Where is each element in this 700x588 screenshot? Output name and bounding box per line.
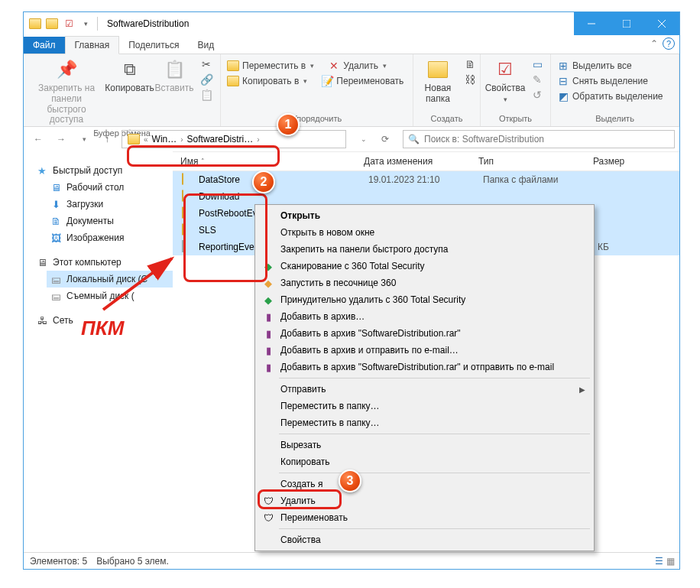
history-button[interactable]: ↺ bbox=[528, 88, 546, 102]
new-item-button[interactable]: 🗎 bbox=[461, 57, 479, 71]
minimize-button[interactable] bbox=[574, 12, 609, 35]
breadcrumb-softwaredistribution[interactable]: SoftwareDistri… bbox=[185, 134, 256, 145]
move-to-button[interactable]: Переместить в▾ bbox=[224, 59, 317, 73]
address-bar[interactable]: « Win… › SoftwareDistri… › bbox=[122, 130, 346, 148]
open-button[interactable]: ▭ bbox=[528, 57, 546, 71]
ctx-sandbox-360[interactable]: ◆Запустить в песочнице 360 bbox=[258, 275, 591, 291]
tree-quick-access[interactable]: ★Быстрый доступ bbox=[33, 162, 173, 179]
paste-icon: 📋 bbox=[162, 57, 186, 82]
ctx-send-to[interactable]: Отправить▶ bbox=[258, 381, 591, 398]
view-large-icon[interactable]: ▦ bbox=[666, 556, 675, 567]
chevron-down-icon: ▾ bbox=[310, 62, 314, 70]
ctx-cut[interactable]: Вырезать bbox=[258, 437, 591, 453]
new-folder-button[interactable]: Новая папка bbox=[416, 56, 459, 106]
up-button[interactable]: ↑ bbox=[97, 129, 117, 149]
force-delete-icon: ◆ bbox=[262, 294, 274, 306]
copy-button[interactable]: ⧉ Копировать bbox=[106, 56, 153, 96]
tree-downloads[interactable]: ⬇Загрузки bbox=[47, 196, 173, 213]
properties-qat-icon[interactable]: ☑ bbox=[62, 17, 76, 31]
navigation-pane[interactable]: ★Быстрый доступ 🖥Рабочий стол ⬇Загрузки … bbox=[24, 151, 173, 552]
separator bbox=[279, 473, 590, 473]
forward-button[interactable]: → bbox=[51, 129, 71, 149]
tree-this-pc[interactable]: 🖥Этот компьютер bbox=[33, 254, 173, 271]
context-menu: Открыть Открыть в новом окне Закрепить н… bbox=[254, 204, 595, 551]
search-input[interactable]: 🔍 Поиск в: SoftwareDistribution bbox=[403, 130, 675, 148]
ctx-winrar-add[interactable]: ▮Добавить в архив… bbox=[258, 308, 591, 325]
tree-documents[interactable]: 🗎Документы bbox=[47, 213, 173, 229]
pin-quick-access-button[interactable]: 📌 Закрепить на панели быстрого доступа bbox=[27, 56, 106, 127]
ctx-scan-360[interactable]: ◆Сканирование с 360 Total Security bbox=[258, 258, 591, 275]
ctx-copy[interactable]: Копировать bbox=[258, 453, 591, 470]
breadcrumb-windows[interactable]: Win… bbox=[150, 134, 180, 145]
maximize-button[interactable] bbox=[609, 12, 644, 35]
ctx-winrar-add-named[interactable]: ▮Добавить в архив "SoftwareDistribution.… bbox=[258, 325, 591, 342]
copy-to-icon bbox=[227, 75, 239, 87]
ribbon-group-new: Новая папка 🗎 ⛓ Создать bbox=[413, 54, 481, 126]
ctx-rename[interactable]: 🛡Переименовать bbox=[258, 509, 591, 526]
ctx-winrar-named-email[interactable]: ▮Добавить в архив "SoftwareDistribution.… bbox=[258, 359, 591, 375]
window-controls bbox=[574, 12, 679, 35]
cut-button[interactable]: ✂ bbox=[197, 57, 216, 71]
ctx-create-shortcut[interactable]: Создать я bbox=[258, 476, 591, 492]
paste-shortcut-button[interactable]: 📋 bbox=[197, 88, 216, 102]
ribbon-group-select: ⊞Выделить все ⊟Снять выделение ◩Обратить… bbox=[551, 54, 679, 126]
tree-local-disk[interactable]: 🖴Локальный диск (C bbox=[47, 271, 173, 288]
view-details-icon[interactable]: ☰ bbox=[655, 556, 663, 567]
tree-network[interactable]: 🖧Сеть bbox=[33, 312, 173, 329]
ribbon-collapse-icon[interactable]: ⌃ bbox=[650, 38, 658, 49]
ctx-copy-to-folder[interactable]: Переместить в папку… bbox=[258, 414, 591, 431]
quick-access-toolbar: ☑ ▾ bbox=[24, 17, 99, 31]
column-date[interactable]: Дата изменения bbox=[356, 156, 471, 167]
tree-removable-disk[interactable]: 🖴Съемный диск ( bbox=[47, 288, 173, 304]
ctx-force-delete-360[interactable]: ◆Принудительно удалить с 360 Total Secur… bbox=[258, 291, 591, 308]
ctx-open[interactable]: Открыть bbox=[258, 207, 591, 224]
rename-button[interactable]: 📝Переименовать bbox=[318, 74, 407, 88]
invert-selection-button[interactable]: ◩Обратить выделение bbox=[554, 89, 666, 103]
chevron-right-icon[interactable]: › bbox=[255, 135, 261, 144]
delete-button[interactable]: ✕Удалить▾ bbox=[325, 59, 390, 73]
ctx-pin-quick-access[interactable]: Закрепить на панели быстрого доступа bbox=[258, 241, 591, 258]
paste-button[interactable]: 📋 Вставить bbox=[153, 56, 196, 96]
copy-path-button[interactable]: 🔗 bbox=[197, 73, 216, 86]
tab-share[interactable]: Поделиться bbox=[119, 37, 188, 54]
qat-dropdown-icon[interactable]: ▾ bbox=[79, 17, 92, 31]
ctx-delete[interactable]: 🛡Удалить bbox=[258, 492, 591, 509]
ctx-move-to-folder[interactable]: Переместить в папку… bbox=[258, 398, 591, 414]
sort-asc-icon: ˄ bbox=[201, 158, 205, 165]
file-row[interactable]: DataStore19.01.2023 21:10Папка с файлами bbox=[173, 171, 679, 188]
back-button[interactable]: ← bbox=[28, 129, 48, 149]
ribbon-group-open: ☑ Свойства ▾ ▭ ✎ ↺ Открыть bbox=[481, 54, 551, 126]
properties-button[interactable]: ☑ Свойства ▾ bbox=[484, 56, 527, 105]
ctx-winrar-email[interactable]: ▮Добавить в архив и отправить по e-mail… bbox=[258, 342, 591, 359]
tab-file[interactable]: Файл bbox=[24, 37, 65, 54]
delete-icon: ✕ bbox=[328, 60, 340, 72]
refresh-button[interactable]: ⟳ bbox=[375, 129, 395, 149]
close-button[interactable] bbox=[644, 12, 679, 35]
separator bbox=[97, 17, 98, 31]
svg-rect-1 bbox=[623, 20, 630, 28]
tab-view[interactable]: Вид bbox=[188, 37, 223, 54]
ctx-properties[interactable]: Свойства bbox=[258, 531, 591, 548]
copy-to-button[interactable]: Копировать в▾ bbox=[224, 74, 310, 88]
easy-access-button[interactable]: ⛓ bbox=[461, 73, 479, 86]
help-icon[interactable]: ? bbox=[663, 37, 675, 50]
tree-desktop[interactable]: 🖥Рабочий стол bbox=[47, 179, 173, 196]
address-dropdown-icon[interactable]: ⌄ bbox=[354, 129, 374, 149]
column-name[interactable]: Имя˄ bbox=[173, 156, 356, 167]
tree-pictures[interactable]: 🖼Изображения bbox=[47, 229, 173, 246]
column-size[interactable]: Размер bbox=[585, 156, 679, 167]
chevron-right-icon[interactable]: › bbox=[179, 135, 184, 144]
edit-button[interactable]: ✎ bbox=[528, 73, 546, 86]
pictures-icon: 🖼 bbox=[50, 232, 62, 244]
title-bar: ☑ ▾ SoftwareDistribution bbox=[24, 12, 679, 35]
select-all-button[interactable]: ⊞Выделить все bbox=[554, 59, 635, 73]
breadcrumb-prefix: « bbox=[142, 135, 150, 144]
tab-home[interactable]: Главная bbox=[65, 36, 120, 54]
text-file-icon bbox=[182, 241, 194, 253]
new-group-label: Создать bbox=[416, 112, 477, 125]
file-row[interactable]: Download bbox=[173, 188, 679, 205]
column-type[interactable]: Тип bbox=[471, 156, 585, 167]
ctx-open-new-window[interactable]: Открыть в новом окне bbox=[258, 224, 591, 241]
select-none-button[interactable]: ⊟Снять выделение bbox=[554, 74, 651, 88]
recent-dropdown-icon[interactable]: ▾ bbox=[74, 129, 94, 149]
